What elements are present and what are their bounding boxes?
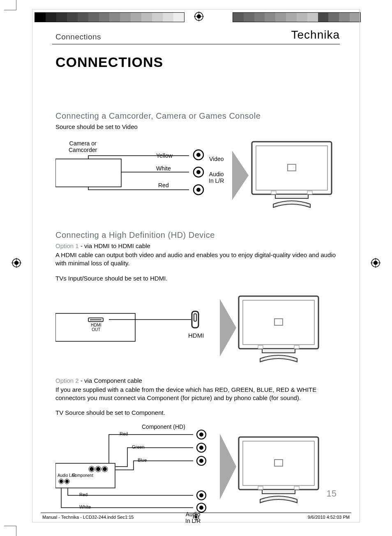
svg-point-60 xyxy=(199,506,203,510)
svg-point-58 xyxy=(199,493,203,497)
footer-rule xyxy=(41,513,351,513)
footer-timestamp: 9/6/2010 4:52:03 PM xyxy=(308,515,350,520)
svg-marker-61 xyxy=(220,434,236,499)
registration-mark-left xyxy=(12,258,21,268)
option1-line: Option 1 - via HDMI to HDMI cable xyxy=(55,242,337,249)
section1-caption: Source should be set to Video xyxy=(55,123,337,130)
svg-rect-22 xyxy=(256,146,327,190)
label-white: White xyxy=(156,165,171,172)
diagram-hdmi: HDMI OUT HDMI xyxy=(55,291,337,373)
label-video: Video xyxy=(209,156,224,162)
hdmi-out-label: HDMI OUT xyxy=(91,323,101,332)
option2-source: TV Source should be set to Component. xyxy=(55,409,337,417)
svg-point-54 xyxy=(199,446,203,450)
option2-body: If you are supplied with a cable from th… xyxy=(55,386,337,403)
label-red: Red xyxy=(158,182,169,189)
label-audio-in: Audio In L/R xyxy=(209,171,224,184)
svg-point-49 xyxy=(65,480,69,483)
component-label: Component xyxy=(72,473,93,478)
svg-point-47 xyxy=(60,480,63,483)
registration-mark-footer xyxy=(193,514,199,520)
svg-rect-65 xyxy=(262,490,295,494)
footer-filename: Manual - Technika - LCD32-244.indd Sec1:… xyxy=(42,515,134,520)
audio-white: White xyxy=(79,504,91,509)
svg-point-45 xyxy=(103,467,107,471)
section-label: Connections xyxy=(55,32,101,41)
comp-green: Green xyxy=(132,444,145,449)
svg-point-56 xyxy=(199,459,203,463)
audio-red: Red xyxy=(79,492,88,497)
comp-blue: Blue xyxy=(138,458,147,462)
svg-rect-39 xyxy=(294,345,299,349)
svg-marker-20 xyxy=(232,151,249,200)
registration-mark-right xyxy=(371,258,380,268)
svg-rect-32 xyxy=(194,314,196,321)
svg-rect-29 xyxy=(90,319,101,320)
brand-logo-text: Technika xyxy=(291,28,340,41)
svg-rect-66 xyxy=(258,486,263,490)
page-title: CONNECTIONS xyxy=(32,44,360,70)
svg-rect-25 xyxy=(271,191,276,194)
svg-point-15 xyxy=(196,153,201,157)
svg-point-41 xyxy=(90,467,94,471)
option1-source: TVs Input/Source should be set to HDMI. xyxy=(55,274,337,283)
device-label: Camera or Camcorder xyxy=(69,140,97,153)
svg-point-19 xyxy=(196,188,201,192)
section2-heading: Connecting a High Definition (HD) Device xyxy=(55,230,337,240)
svg-point-43 xyxy=(96,467,100,471)
option1-body: A HDMI cable can output both video and a… xyxy=(55,251,337,268)
section1-heading: Connecting a Camcorder, Camera or Games … xyxy=(55,111,337,121)
svg-rect-24 xyxy=(275,194,308,198)
comp-red: Red xyxy=(120,431,128,436)
svg-rect-63 xyxy=(243,441,314,485)
page-number: 15 xyxy=(327,488,337,499)
option2-line: Option 2 - via Component cable xyxy=(55,377,337,384)
svg-rect-37 xyxy=(262,349,295,353)
svg-rect-67 xyxy=(294,486,299,490)
svg-rect-26 xyxy=(307,191,312,194)
page: Connections Technika CONNECTIONS Connect… xyxy=(32,9,360,522)
hdmi-label: HDMI xyxy=(188,332,204,339)
svg-rect-12 xyxy=(55,159,121,187)
svg-point-52 xyxy=(199,432,203,437)
svg-point-17 xyxy=(196,170,201,174)
label-yellow: Yellow xyxy=(156,152,173,159)
svg-marker-33 xyxy=(220,299,236,357)
diagram-camcorder: Camera or Camcorder Yellow White Red Vid… xyxy=(55,143,337,221)
svg-rect-38 xyxy=(258,345,263,349)
svg-rect-35 xyxy=(243,300,314,345)
component-head-label: Component (HD) xyxy=(142,423,185,430)
